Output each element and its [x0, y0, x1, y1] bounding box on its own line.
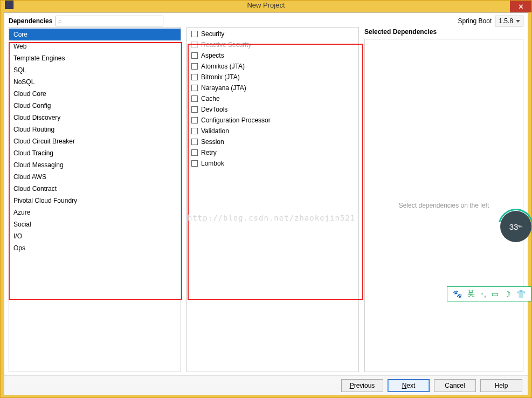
dependency-item[interactable]: Security	[187, 29, 358, 39]
wizard-buttons: Previous Next Cancel Help	[4, 375, 528, 395]
category-item[interactable]: Azure	[9, 207, 181, 218]
spring-boot-version-value: 1.5.8	[499, 17, 513, 25]
category-item[interactable]: Cloud Contract	[9, 183, 181, 195]
categories-column: CoreWebTemplate EnginesSQLNoSQLCloud Cor…	[9, 27, 181, 372]
dependency-label: Narayana (JTA)	[201, 84, 246, 92]
checkbox-icon[interactable]	[191, 128, 198, 134]
category-item[interactable]: NoSQL	[9, 76, 181, 88]
tray-icon[interactable]: 🐾	[453, 290, 462, 298]
window-title: New Project	[1, 1, 531, 9]
category-item[interactable]: Cloud Tracing	[9, 147, 181, 159]
dependency-item[interactable]: Configuration Processor	[187, 115, 358, 126]
category-item[interactable]: Cloud Core	[9, 88, 181, 100]
categories-list: CoreWebTemplate EnginesSQLNoSQLCloud Cor…	[9, 28, 181, 254]
dependency-label: Retry	[201, 149, 217, 156]
category-item[interactable]: Ops	[9, 242, 181, 254]
dependencies-label: Dependencies	[9, 17, 52, 25]
selected-empty-text: Select dependencies on the left	[399, 202, 489, 209]
dependency-label: Cache	[201, 95, 220, 102]
checkbox-icon[interactable]	[191, 117, 198, 123]
category-item[interactable]: Cloud Discovery	[9, 112, 181, 123]
new-project-window: New Project ✕ Dependencies ⌕ Spring Boot…	[0, 0, 532, 398]
dependency-item[interactable]: Bitronix (JTA)	[187, 72, 358, 83]
search-icon: ⌕	[58, 18, 62, 24]
dependency-label: DevTools	[201, 106, 227, 113]
selected-dependencies-body: Select dependencies on the left	[364, 39, 523, 372]
category-item[interactable]: Cloud Config	[9, 100, 181, 112]
dependency-item[interactable]: Validation	[187, 126, 358, 136]
category-item[interactable]: Web	[9, 40, 181, 52]
search-box[interactable]: ⌕	[56, 16, 163, 26]
dependency-item[interactable]: Narayana (JTA)	[187, 83, 358, 93]
dependency-item[interactable]: DevTools	[187, 104, 358, 115]
selected-column: Selected Dependencies Select dependencie…	[364, 27, 523, 372]
spring-boot-version-select[interactable]: 1.5.8	[495, 16, 523, 26]
dependency-label: Validation	[201, 127, 229, 135]
checkbox-icon[interactable]	[191, 85, 198, 91]
tray-icon[interactable]: 👕	[516, 290, 526, 298]
category-item[interactable]: Cloud Circuit Breaker	[9, 135, 181, 147]
checkbox-icon[interactable]	[191, 95, 198, 102]
search-input[interactable]	[63, 18, 161, 24]
dependency-label: Aspects	[201, 52, 224, 59]
dependencies-column: SecurityReactive SecurityAspectsAtomikos…	[186, 27, 359, 372]
category-item[interactable]: Cloud Routing	[9, 123, 181, 135]
dependency-item[interactable]: Lombok	[187, 158, 358, 169]
dependency-label: Configuration Processor	[201, 116, 271, 124]
tray-icon[interactable]: ☽	[504, 290, 511, 298]
checkbox-icon	[191, 42, 198, 48]
gauge-suffix: %	[518, 224, 522, 229]
category-item[interactable]: I/O	[9, 230, 181, 242]
category-item[interactable]: Template Engines	[9, 52, 181, 64]
cancel-button[interactable]: Cancel	[434, 379, 476, 392]
dependency-label: Bitronix (JTA)	[201, 73, 240, 81]
checkbox-icon[interactable]	[191, 160, 198, 167]
tray-icon[interactable]: ･,	[480, 290, 486, 298]
dependency-label: Lombok	[201, 160, 224, 167]
checkbox-icon[interactable]	[191, 74, 198, 80]
category-item[interactable]: Social	[9, 218, 181, 230]
dependency-label: Reactive Security	[201, 41, 251, 49]
progress-gauge: 33%	[500, 211, 531, 242]
selected-dependencies-title: Selected Dependencies	[364, 27, 523, 39]
tray-icon[interactable]: 英	[467, 289, 475, 299]
category-item[interactable]: Core	[9, 29, 181, 40]
dependency-item[interactable]: Retry	[187, 147, 358, 158]
checkbox-icon[interactable]	[191, 63, 198, 70]
dependency-item[interactable]: Atomikos (JTA)	[187, 61, 358, 72]
category-item[interactable]: Cloud AWS	[9, 171, 181, 183]
dependency-label: Session	[201, 138, 224, 146]
tray-icon[interactable]: ▭	[492, 290, 499, 298]
help-button[interactable]: Help	[480, 379, 522, 392]
checkbox-icon[interactable]	[191, 31, 198, 37]
header-row: Dependencies ⌕ Spring Boot 1.5.8	[4, 13, 528, 27]
dependency-item[interactable]: Aspects	[187, 50, 358, 61]
category-item[interactable]: Cloud Messaging	[9, 159, 181, 171]
dependency-item: Reactive Security	[187, 39, 358, 50]
checkbox-icon[interactable]	[191, 106, 198, 113]
close-button[interactable]: ✕	[510, 1, 531, 12]
next-button[interactable]: Next	[388, 379, 430, 392]
checkbox-icon[interactable]	[191, 149, 198, 156]
dependency-item[interactable]: Cache	[187, 93, 358, 104]
gauge-value: 33	[509, 222, 519, 231]
dependency-label: Security	[201, 30, 224, 38]
checkbox-icon[interactable]	[191, 52, 198, 59]
previous-button[interactable]: Previous	[341, 379, 383, 392]
category-item[interactable]: Pivotal Cloud Foundry	[9, 195, 181, 207]
dependency-label: Atomikos (JTA)	[201, 63, 245, 70]
app-icon	[5, 1, 13, 9]
checkbox-icon[interactable]	[191, 139, 198, 145]
titlebar: New Project ✕	[1, 1, 531, 9]
dependency-item[interactable]: Session	[187, 136, 358, 147]
ime-tray: 🐾英･,▭☽👕	[447, 286, 531, 301]
content-area: Dependencies ⌕ Spring Boot 1.5.8 CoreWeb…	[4, 12, 528, 395]
dependencies-list: SecurityReactive SecurityAspectsAtomikos…	[187, 28, 358, 169]
spring-boot-label: Spring Boot	[458, 17, 492, 25]
main-columns: CoreWebTemplate EnginesSQLNoSQLCloud Cor…	[4, 27, 528, 375]
category-item[interactable]: SQL	[9, 64, 181, 76]
